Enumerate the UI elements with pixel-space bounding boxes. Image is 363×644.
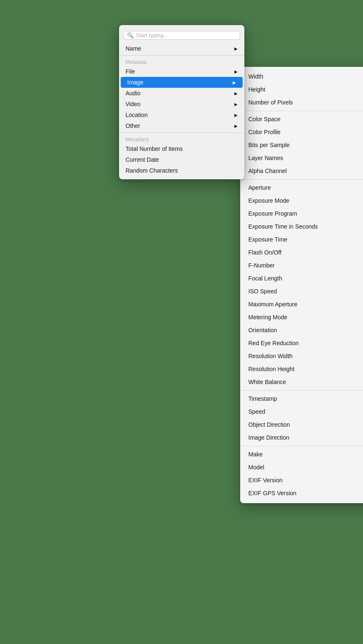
menu-container: 🔍 Start typing... Name ▶ Metadata File ▶… <box>119 25 244 179</box>
submenu-item-resolution-width[interactable]: Resolution Width <box>240 350 363 363</box>
submenu-item-maximum-aperture[interactable]: Maximum Aperture <box>240 298 363 311</box>
menu-item-total-number[interactable]: Total Number of Items <box>119 143 244 154</box>
menu-arrow-name: ▶ <box>234 46 238 51</box>
menu-item-video-label: Video <box>126 101 141 107</box>
menu-item-total-number-label: Total Number of Items <box>126 145 183 152</box>
menu-item-location[interactable]: Location ▶ <box>119 109 244 120</box>
search-container: 🔍 Start typing... <box>119 28 244 43</box>
submenu-item-image-direction[interactable]: Image Direction <box>240 431 363 444</box>
submenu-item-exposure-time[interactable]: Exposure Time <box>240 233 363 246</box>
submenu-item-exposure-program[interactable]: Exposure Program <box>240 207 363 220</box>
submenu-item-exposure-time-seconds[interactable]: Exposure Time in Seconds <box>240 220 363 233</box>
submenu-item-color-space[interactable]: Color Space <box>240 113 363 126</box>
submenu-item-speed[interactable]: Speed <box>240 405 363 418</box>
search-wrap[interactable]: 🔍 Start typing... <box>123 31 240 40</box>
menu-arrow-image: ▶ <box>233 80 236 85</box>
section-label-miscellany: Miscellany <box>119 134 244 143</box>
main-menu: 🔍 Start typing... Name ▶ Metadata File ▶… <box>119 25 244 179</box>
menu-item-image[interactable]: Image ▶ <box>121 77 243 88</box>
menu-item-video[interactable]: Video ▶ <box>119 99 244 109</box>
menu-arrow-video: ▶ <box>234 102 238 107</box>
section-label-metadata: Metadata <box>119 57 244 66</box>
submenu-item-iso-speed[interactable]: ISO Speed <box>240 285 363 298</box>
submenu-item-layer-names[interactable]: Layer Names <box>240 152 363 165</box>
menu-item-name-label: Name <box>126 45 141 52</box>
submenu-item-make[interactable]: Make <box>240 448 363 461</box>
submenu-item-exposure-mode[interactable]: Exposure Mode <box>240 194 363 207</box>
menu-arrow-other: ▶ <box>234 124 238 128</box>
submenu-divider-3 <box>240 390 363 391</box>
menu-item-random-characters-label: Random Characters <box>126 167 178 174</box>
submenu-item-bits-per-sample[interactable]: Bits per Sample <box>240 139 363 152</box>
menu-item-audio-label: Audio <box>126 90 141 97</box>
submenu-item-height[interactable]: Height <box>240 83 363 96</box>
divider-1 <box>119 55 244 56</box>
submenu-item-width[interactable]: Width <box>240 70 363 83</box>
submenu-item-f-number[interactable]: F-Number <box>240 259 363 272</box>
menu-item-other-label: Other <box>126 122 140 129</box>
submenu-item-resolution-height[interactable]: Resolution Height <box>240 363 363 376</box>
menu-item-current-date[interactable]: Current Date <box>119 154 244 165</box>
submenu-item-object-direction[interactable]: Object Direction <box>240 418 363 431</box>
submenu-item-orientation[interactable]: Orientation <box>240 324 363 337</box>
submenu-item-metering-mode[interactable]: Metering Mode <box>240 311 363 324</box>
image-submenu: Width Height Number of Pixels Color Spac… <box>240 67 363 503</box>
submenu-item-aperture[interactable]: Aperture <box>240 181 363 194</box>
menu-item-file[interactable]: File ▶ <box>119 66 244 77</box>
submenu-item-model[interactable]: Model <box>240 461 363 474</box>
submenu-item-color-profile[interactable]: Color Profile <box>240 126 363 139</box>
submenu-item-timestamp[interactable]: Timestamp <box>240 392 363 405</box>
menu-arrow-file: ▶ <box>234 69 238 74</box>
submenu-divider-4 <box>240 446 363 446</box>
submenu-item-flash-on-off[interactable]: Flash On/Off <box>240 246 363 259</box>
submenu-divider-2 <box>240 179 363 180</box>
submenu-item-red-eye-reduction[interactable]: Red Eye Reduction <box>240 337 363 350</box>
menu-item-image-label: Image <box>127 79 144 86</box>
search-placeholder: Start typing... <box>136 32 168 38</box>
submenu-item-alpha-channel[interactable]: Alpha Channel <box>240 165 363 178</box>
menu-item-current-date-label: Current Date <box>126 156 159 163</box>
menu-arrow-location: ▶ <box>234 113 238 117</box>
menu-item-audio[interactable]: Audio ▶ <box>119 88 244 99</box>
submenu-item-exif-gps-version[interactable]: EXIF GPS Version <box>240 487 363 500</box>
divider-2 <box>119 132 244 133</box>
menu-item-name[interactable]: Name ▶ <box>119 43 244 54</box>
menu-item-location-label: Location <box>126 112 148 118</box>
search-icon: 🔍 <box>124 32 136 38</box>
menu-item-other[interactable]: Other ▶ <box>119 120 244 131</box>
menu-arrow-audio: ▶ <box>234 91 238 96</box>
menu-item-file-label: File <box>126 68 135 75</box>
submenu-item-number-of-pixels[interactable]: Number of Pixels <box>240 96 363 109</box>
submenu-divider-1 <box>240 111 363 111</box>
submenu-item-exif-version[interactable]: EXIF Version <box>240 474 363 487</box>
submenu-item-white-balance[interactable]: White Balance <box>240 376 363 389</box>
submenu-item-focal-length[interactable]: Focal Length <box>240 272 363 285</box>
menu-item-random-characters[interactable]: Random Characters <box>119 165 244 176</box>
